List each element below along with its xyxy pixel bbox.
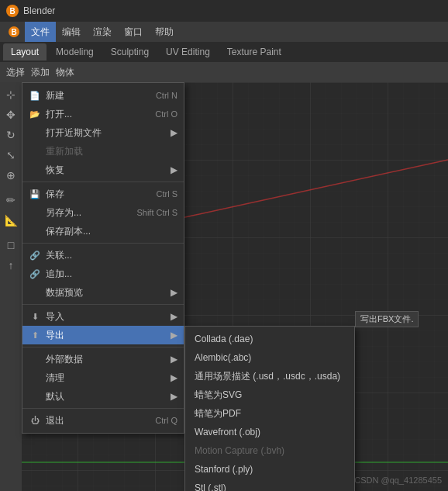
tool-measure[interactable]: 📐 — [2, 211, 20, 230]
tab-modeling[interactable]: Modeling — [48, 43, 102, 61]
export-arrow: ▶ — [171, 330, 177, 341]
reload-icon — [29, 145, 41, 157]
export-wavefront1[interactable]: Wavefront (.obj) — [185, 423, 354, 441]
menu-edit[interactable]: 编辑 — [56, 22, 87, 42]
export-ply[interactable]: Stanford (.ply) — [185, 460, 354, 479]
open-icon: 📂 — [29, 108, 41, 120]
export-submenu: Collada (.dae) Alembic(.abc) 通用场景描述 (.us… — [184, 326, 355, 491]
save-as-icon — [29, 206, 41, 219]
menu-render[interactable]: 渲染 — [87, 22, 118, 42]
recover-icon — [29, 164, 41, 176]
menu-export[interactable]: ⬆ 导出 ▶ — [22, 326, 184, 344]
recent-arrow: ▶ — [171, 127, 177, 138]
menu-bar: B 文件 编辑 渲染 窗口 帮助 — [0, 22, 448, 42]
workspace-tabs: Layout Modeling Sculpting UV Editing Tex… — [0, 42, 448, 62]
tab-sculpting[interactable]: Sculpting — [103, 43, 157, 61]
tool-scale[interactable]: ⤡ — [2, 146, 20, 164]
blender-menu-icon[interactable]: B — [3, 22, 25, 42]
menu-append[interactable]: 🔗 追加... — [22, 265, 184, 283]
export-bvh[interactable]: Motion Capture (.bvh) — [185, 441, 354, 460]
tab-texture-paint[interactable]: Texture Paint — [219, 43, 289, 61]
data-preview-icon — [29, 286, 41, 299]
menu-file[interactable]: 文件 — [25, 22, 56, 42]
clean-icon — [29, 372, 41, 384]
menu-help[interactable]: 帮助 — [149, 22, 180, 42]
tool-transform[interactable]: ⊕ — [2, 166, 20, 185]
sep3 — [22, 304, 184, 305]
external-data-icon — [29, 353, 41, 365]
app-name: Blender — [23, 5, 55, 16]
file-menu-dropdown: 📄 新建 Ctrl N 📂 打开... Ctrl O 打开近期文件 ▶ 重新加载 — [22, 82, 184, 434]
link-icon: 🔗 — [29, 249, 41, 261]
menu-window[interactable]: 窗口 — [118, 22, 149, 42]
tab-uv-editing[interactable]: UV Editing — [158, 43, 218, 61]
blender-logo: B — [6, 5, 19, 17]
tool-cursor[interactable]: ⊹ — [2, 85, 20, 104]
export-collada[interactable]: Collada (.dae) — [185, 330, 354, 348]
tab-layout[interactable]: Layout — [3, 43, 47, 61]
toolbar-object-label[interactable]: 物体 — [56, 66, 74, 79]
append-icon: 🔗 — [29, 268, 41, 280]
export-usd[interactable]: 通用场景描述 (.usd，.usdc，.usda) — [185, 367, 354, 386]
tool-extrude[interactable]: ↑ — [2, 256, 20, 275]
menu-save[interactable]: 💾 保存 Ctrl S — [22, 185, 184, 203]
menu-recover[interactable]: 恢复 ▶ — [22, 161, 184, 179]
menu-reload[interactable]: 重新加载 — [22, 142, 184, 161]
menu-link[interactable]: 🔗 关联... — [22, 246, 184, 265]
tool-rotate[interactable]: ↻ — [2, 126, 20, 144]
menu-data-preview[interactable]: 数据预览 ▶ — [22, 283, 184, 302]
sep4 — [22, 347, 184, 348]
tool-add-cube[interactable]: □ — [2, 236, 20, 254]
save-icon: 💾 — [29, 188, 41, 200]
menu-external-data[interactable]: 外部数据 ▶ — [22, 350, 184, 368]
external-data-arrow: ▶ — [171, 354, 177, 365]
clean-arrow: ▶ — [171, 372, 177, 383]
recover-arrow: ▶ — [171, 164, 177, 175]
menu-recent[interactable]: 打开近期文件 ▶ — [22, 123, 184, 142]
export-stl[interactable]: Stl (.stl) — [185, 479, 354, 491]
menu-quit[interactable]: ⏻ 退出 Ctrl Q — [22, 411, 184, 430]
sep5 — [22, 408, 184, 409]
tool-annotate[interactable]: ✏ — [2, 191, 20, 209]
menu-save-copy[interactable]: 保存副本... — [22, 222, 184, 240]
import-arrow: ▶ — [171, 311, 177, 322]
toolbar-add-label[interactable]: 添加 — [31, 66, 50, 79]
recent-icon — [29, 126, 41, 139]
menu-default[interactable]: 默认 ▶ — [22, 387, 184, 406]
menu-new[interactable]: 📄 新建 Ctrl N — [22, 86, 184, 105]
save-copy-icon — [29, 225, 41, 237]
menu-import[interactable]: ⬇ 导入 ▶ — [22, 307, 184, 326]
menu-open[interactable]: 📂 打开... Ctrl O — [22, 105, 184, 123]
export-icon: ⬆ — [29, 329, 41, 341]
title-bar: B Blender — [0, 0, 448, 22]
default-arrow: ▶ — [171, 391, 177, 402]
fbx-tooltip: 写出FBX文件. — [355, 311, 419, 327]
export-alembic[interactable]: Alembic(.abc) — [185, 348, 354, 367]
export-grease-pdf[interactable]: 蜡笔为PDF — [185, 404, 354, 423]
left-toolbar: ⊹ ✥ ↻ ⤡ ⊕ ✏ 📐 □ ↑ — [0, 82, 22, 491]
menu-save-as[interactable]: 另存为... Shift Ctrl S — [22, 203, 184, 222]
blender-icon: B — [8, 26, 20, 38]
import-icon: ⬇ — [29, 310, 41, 323]
sep1 — [22, 182, 184, 182]
sep2 — [22, 243, 184, 244]
new-icon: 📄 — [29, 89, 41, 102]
menu-clean[interactable]: 清理 ▶ — [22, 368, 184, 387]
quit-icon: ⏻ — [29, 414, 41, 427]
export-grease-svg[interactable]: 蜡笔为SVG — [185, 386, 354, 404]
viewport-3d[interactable]: ⊹ ✥ ↻ ⤡ ⊕ ✏ 📐 □ ↑ CSDN @qq_41285455 📄 新建… — [0, 82, 448, 491]
svg-text:B: B — [11, 28, 16, 36]
main-viewport-area: ⊹ ✥ ↻ ⤡ ⊕ ✏ 📐 □ ↑ CSDN @qq_41285455 📄 新建… — [0, 82, 448, 491]
default-icon — [29, 390, 41, 403]
tool-move[interactable]: ✥ — [2, 105, 20, 124]
watermark: CSDN @qq_41285455 — [354, 475, 442, 485]
toolbar-select-label: 选择 — [6, 66, 25, 79]
toolbar-row: 选择 添加 物体 — [0, 62, 448, 82]
data-preview-arrow: ▶ — [171, 287, 177, 298]
